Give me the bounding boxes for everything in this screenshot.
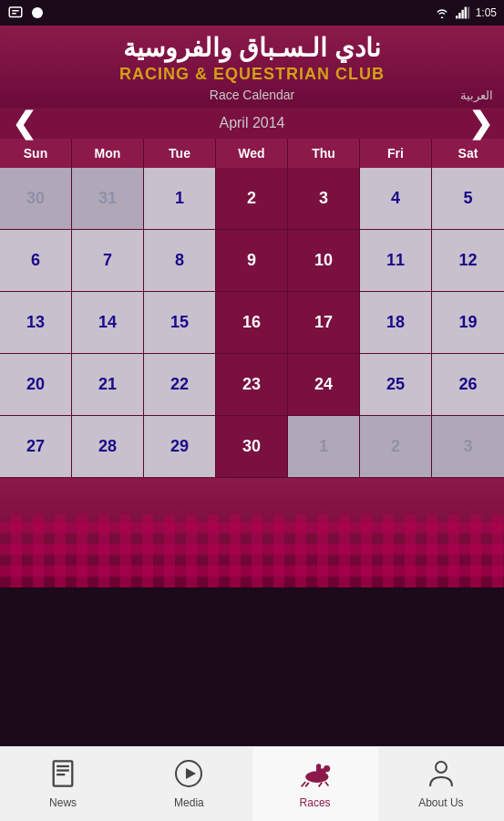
calendar-navigation: ❮ April 2014 ❯	[0, 108, 504, 139]
race-calendar-label: Race Calendar	[210, 88, 294, 102]
wifi-icon	[434, 6, 450, 19]
calendar-cell-r4c5[interactable]: 2	[360, 416, 432, 478]
decorative-area	[0, 478, 504, 587]
calendar-cell-r2c6[interactable]: 19	[432, 292, 504, 354]
svg-rect-6	[461, 10, 463, 19]
calendar-cell-r2c5[interactable]: 18	[360, 292, 432, 354]
svg-rect-4	[456, 16, 458, 18]
news-label: News	[49, 796, 77, 809]
svg-point-23	[316, 764, 321, 768]
nav-about[interactable]: About Us	[378, 746, 504, 821]
calendar-cell-r3c0[interactable]: 20	[0, 354, 72, 416]
checker-pattern	[0, 514, 504, 587]
day-headers-row: Sun Mon Tue Wed Thu Fri Sat	[0, 139, 504, 168]
calendar-cell-r2c1[interactable]: 14	[72, 292, 144, 354]
calendar-cell-r0c0[interactable]: 30	[0, 168, 72, 230]
calendar-cell-r1c2[interactable]: 8	[144, 230, 216, 292]
calendar-cell-r3c3[interactable]: 23	[216, 354, 288, 416]
english-title: RACING & EQUESTRIAN CLUB	[11, 65, 493, 84]
calendar-cell-r0c6[interactable]: 5	[432, 168, 504, 230]
svg-line-19	[305, 783, 309, 787]
header-subtitle-row: Race Calendar العربية	[11, 88, 493, 102]
app-header: نادي الـسـباق والفروسية RACING & EQUESTR…	[0, 26, 504, 108]
calendar-cell-r1c1[interactable]: 7	[72, 230, 144, 292]
day-header-sat: Sat	[432, 139, 504, 168]
calendar-cell-r2c3[interactable]: 16	[216, 292, 288, 354]
calendar-cell-r0c5[interactable]: 4	[360, 168, 432, 230]
calendar-cell-r1c3[interactable]: 9	[216, 230, 288, 292]
month-year-display: April 2014	[219, 115, 284, 131]
svg-point-3	[32, 7, 43, 18]
status-bar: 1:05	[0, 0, 504, 26]
media-icon	[174, 759, 203, 793]
svg-rect-5	[458, 13, 460, 18]
svg-rect-7	[464, 7, 466, 19]
next-month-button[interactable]: ❯	[460, 109, 500, 138]
races-icon	[299, 759, 332, 793]
calendar-cell-r1c4[interactable]: 10	[288, 230, 360, 292]
calendar-cell-r3c5[interactable]: 25	[360, 354, 432, 416]
day-header-wed: Wed	[216, 139, 288, 168]
arabic-language-link[interactable]: العربية	[460, 88, 493, 102]
svg-rect-12	[57, 774, 65, 775]
bottom-navigation: News Media Race	[0, 746, 504, 821]
nav-media[interactable]: Media	[126, 746, 252, 821]
calendar-cell-r1c6[interactable]: 12	[432, 230, 504, 292]
calendar-cell-r4c6[interactable]: 3	[432, 416, 504, 478]
svg-rect-2	[12, 13, 16, 15]
nav-races[interactable]: Races	[252, 746, 378, 821]
time-display: 1:05	[476, 6, 497, 19]
svg-rect-11	[57, 769, 69, 771]
svg-rect-10	[57, 765, 69, 767]
calendar: Sun Mon Tue Wed Thu Fri Sat 303112345678…	[0, 139, 504, 478]
svg-line-18	[301, 782, 305, 786]
calendar-cell-r0c4[interactable]: 3	[288, 168, 360, 230]
calendar-cell-r0c1[interactable]: 31	[72, 168, 144, 230]
calendar-cell-r3c1[interactable]: 21	[72, 354, 144, 416]
svg-marker-14	[186, 768, 196, 779]
status-icons-right: 1:05	[434, 6, 497, 19]
svg-rect-8	[467, 7, 468, 19]
svg-line-20	[318, 783, 322, 787]
calendar-cell-r4c0[interactable]: 27	[0, 416, 72, 478]
calendar-cell-r4c4[interactable]: 1	[288, 416, 360, 478]
calendar-cell-r0c3[interactable]: 2	[216, 168, 288, 230]
calendar-cell-r4c1[interactable]: 28	[72, 416, 144, 478]
media-label: Media	[174, 796, 204, 809]
calendar-cell-r4c3[interactable]: 30	[216, 416, 288, 478]
calendar-cell-r4c2[interactable]: 29	[144, 416, 216, 478]
notification-icon	[7, 5, 24, 21]
arabic-title: نادي الـسـباق والفروسية	[11, 33, 493, 63]
news-icon	[50, 759, 76, 793]
svg-rect-0	[9, 7, 22, 17]
about-icon	[428, 759, 454, 793]
calendar-cell-r1c0[interactable]: 6	[0, 230, 72, 292]
svg-point-24	[436, 762, 447, 773]
signal-icon	[456, 6, 470, 19]
calendar-cell-r0c2[interactable]: 1	[144, 168, 216, 230]
svg-rect-1	[12, 10, 19, 12]
calendar-cell-r3c6[interactable]: 26	[432, 354, 504, 416]
day-header-mon: Mon	[72, 139, 144, 168]
calendar-cell-r3c2[interactable]: 22	[144, 354, 216, 416]
calendar-cell-r1c5[interactable]: 11	[360, 230, 432, 292]
day-header-sun: Sun	[0, 139, 72, 168]
calendar-cell-r3c4[interactable]: 24	[288, 354, 360, 416]
about-label: About Us	[418, 796, 463, 809]
svg-point-17	[324, 765, 330, 772]
day-header-tue: Tue	[144, 139, 216, 168]
svg-line-21	[324, 782, 328, 786]
calendar-cell-r2c0[interactable]: 13	[0, 292, 72, 354]
calendar-cell-r2c2[interactable]: 15	[144, 292, 216, 354]
day-header-thu: Thu	[288, 139, 360, 168]
nav-news[interactable]: News	[0, 746, 126, 821]
day-header-fri: Fri	[360, 139, 432, 168]
calendar-cell-r2c4[interactable]: 17	[288, 292, 360, 354]
races-label: Races	[300, 796, 331, 809]
prev-month-button[interactable]: ❮	[4, 109, 44, 138]
status-icons-left	[7, 5, 46, 21]
app-icon	[29, 5, 46, 21]
calendar-grid: 3031123456789101112131415161718192021222…	[0, 168, 504, 478]
